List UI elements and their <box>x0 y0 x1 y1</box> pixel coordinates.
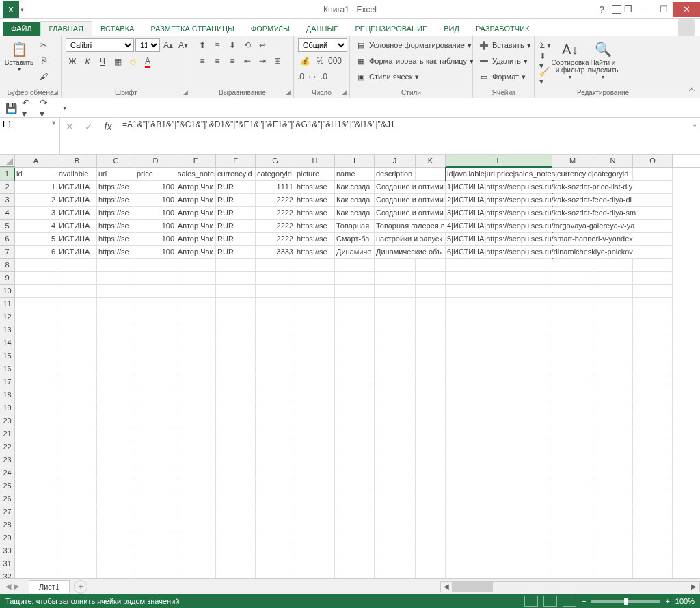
cell[interactable] <box>176 375 216 388</box>
cell[interactable] <box>633 336 673 349</box>
cell[interactable]: id <box>15 168 57 181</box>
cell[interactable] <box>15 414 57 427</box>
cell[interactable] <box>176 310 216 323</box>
row-header[interactable]: 14 <box>0 336 15 349</box>
cell[interactable] <box>552 453 593 466</box>
cell[interactable]: https://se <box>97 246 135 259</box>
cell[interactable] <box>446 570 552 578</box>
new-sheet-button[interactable]: + <box>74 580 88 594</box>
cell[interactable] <box>416 336 446 349</box>
cell[interactable] <box>633 518 673 531</box>
cell[interactable] <box>216 570 256 578</box>
cell[interactable] <box>446 414 552 427</box>
cell[interactable] <box>375 375 416 388</box>
cell[interactable]: Как созда <box>335 194 375 207</box>
cell[interactable] <box>552 388 593 401</box>
cell[interactable] <box>135 557 176 570</box>
cell[interactable] <box>633 427 673 440</box>
cell[interactable] <box>335 414 375 427</box>
cell[interactable] <box>97 285 135 298</box>
tab-insert[interactable]: ВСТАВКА <box>92 22 142 36</box>
row-header[interactable]: 23 <box>0 453 15 466</box>
column-header[interactable]: M <box>552 155 593 167</box>
cell[interactable] <box>256 323 295 336</box>
cell[interactable] <box>135 414 176 427</box>
cell[interactable] <box>295 298 335 310</box>
cell[interactable]: Автор Чак <box>176 220 216 233</box>
cell[interactable] <box>446 518 552 531</box>
cell[interactable] <box>375 505 416 518</box>
cell[interactable] <box>176 544 216 557</box>
cell[interactable]: 2222 <box>256 207 295 220</box>
cell[interactable] <box>375 479 416 492</box>
column-header[interactable]: I <box>335 155 375 167</box>
cell[interactable] <box>57 272 97 285</box>
cell[interactable]: RUR <box>216 181 256 194</box>
format-as-table-button[interactable]: ▦Форматировать как таблицу ▾ <box>354 54 475 68</box>
cell[interactable] <box>216 492 256 505</box>
cell[interactable] <box>216 479 256 492</box>
row-header[interactable]: 26 <box>0 492 15 505</box>
zoom-out-button[interactable]: − <box>582 597 586 605</box>
cell[interactable]: ИСТИНА <box>57 246 97 259</box>
cell[interactable] <box>256 414 295 427</box>
number-launcher-icon[interactable]: ◢ <box>342 89 347 96</box>
cell[interactable] <box>375 492 416 505</box>
align-middle-button[interactable]: ≡ <box>211 38 224 52</box>
cell[interactable] <box>97 531 135 544</box>
cell[interactable] <box>135 298 176 310</box>
cell[interactable]: categoryid <box>256 168 295 181</box>
cell[interactable] <box>57 323 97 336</box>
cell[interactable] <box>256 440 295 453</box>
cell[interactable]: 2222 <box>256 220 295 233</box>
cell[interactable] <box>97 272 135 285</box>
cell[interactable] <box>552 492 593 505</box>
row-header[interactable]: 19 <box>0 401 15 414</box>
cell[interactable] <box>335 440 375 453</box>
cell[interactable] <box>295 544 335 557</box>
cell[interactable] <box>176 440 216 453</box>
cell[interactable] <box>375 466 416 479</box>
cell[interactable] <box>335 349 375 362</box>
cell[interactable] <box>135 401 176 414</box>
cell[interactable] <box>375 557 416 570</box>
cell[interactable] <box>633 233 673 246</box>
cell[interactable] <box>633 453 673 466</box>
cell[interactable] <box>593 466 633 479</box>
cell[interactable] <box>552 401 593 414</box>
cell[interactable]: 1|ИСТИНА|https://seopulses.ru/kak-sozdat… <box>446 181 552 194</box>
sheet-tab-active[interactable]: Лист1 <box>29 580 70 593</box>
cell[interactable] <box>295 349 335 362</box>
align-center-button[interactable]: ≡ <box>211 54 224 68</box>
cell[interactable] <box>216 362 256 375</box>
cell[interactable] <box>593 310 633 323</box>
cell[interactable]: RUR <box>216 220 256 233</box>
select-all-button[interactable] <box>0 155 15 167</box>
cell[interactable] <box>15 427 57 440</box>
cell[interactable]: https://se <box>97 233 135 246</box>
cell[interactable] <box>416 323 446 336</box>
minimize-button[interactable]: — <box>602 2 619 17</box>
cell[interactable] <box>15 544 57 557</box>
cell[interactable] <box>335 362 375 375</box>
cell[interactable] <box>135 453 176 466</box>
cell[interactable]: Смарт-ба <box>335 233 375 246</box>
cell[interactable] <box>256 375 295 388</box>
sort-filter-button[interactable]: A↓ Сортировка и фильтр▾ <box>555 38 585 80</box>
align-top-button[interactable]: ⬆ <box>196 38 209 52</box>
cell[interactable] <box>593 505 633 518</box>
cell[interactable] <box>335 259 375 272</box>
cell[interactable] <box>552 440 593 453</box>
cell[interactable] <box>375 388 416 401</box>
cell[interactable] <box>135 518 176 531</box>
cell[interactable] <box>416 362 446 375</box>
cell[interactable] <box>552 298 593 310</box>
tab-view[interactable]: ВИД <box>435 22 468 36</box>
cell[interactable] <box>295 375 335 388</box>
cell[interactable] <box>375 298 416 310</box>
cell[interactable]: https://se <box>295 246 335 259</box>
cell[interactable]: Автор Чак <box>176 194 216 207</box>
cell[interactable]: 4|ИСТИНА|https://seopulses.ru/torgovaya-… <box>446 220 552 233</box>
cell[interactable] <box>256 349 295 362</box>
cell[interactable] <box>176 414 216 427</box>
